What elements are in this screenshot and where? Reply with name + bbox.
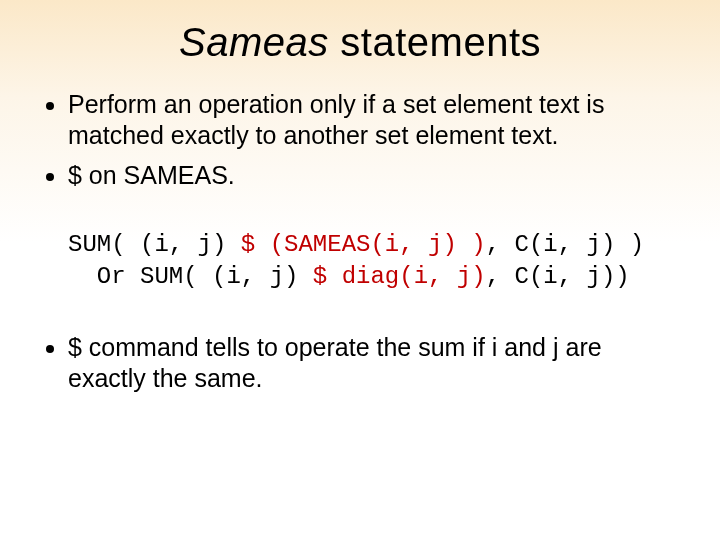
- code-block: SUM( (i, j) $ (SAMEAS(i, j) ), C(i, j) )…: [68, 229, 680, 294]
- bullet-list-bottom: $ command tells to operate the sum if i …: [40, 332, 680, 395]
- code-text: Or SUM( (i, j): [68, 263, 313, 290]
- code-highlight: $ diag(i, j): [313, 263, 486, 290]
- code-text: , C(i, j) ): [486, 231, 644, 258]
- code-text: , C(i, j)): [486, 263, 630, 290]
- code-highlight: $ (SAMEAS(i, j) ): [241, 231, 486, 258]
- slide-title: Sameas statements: [40, 20, 680, 65]
- title-italic-word: Sameas: [179, 20, 329, 64]
- bullet-item: Perform an operation only if a set eleme…: [68, 89, 680, 152]
- bullet-item: $ command tells to operate the sum if i …: [68, 332, 680, 395]
- slide: Sameas statements Perform an operation o…: [0, 0, 720, 540]
- title-rest: statements: [329, 20, 541, 64]
- bullet-item: $ on SAMEAS.: [68, 160, 680, 191]
- code-text: SUM( (i, j): [68, 231, 241, 258]
- bullet-list-top: Perform an operation only if a set eleme…: [40, 89, 680, 191]
